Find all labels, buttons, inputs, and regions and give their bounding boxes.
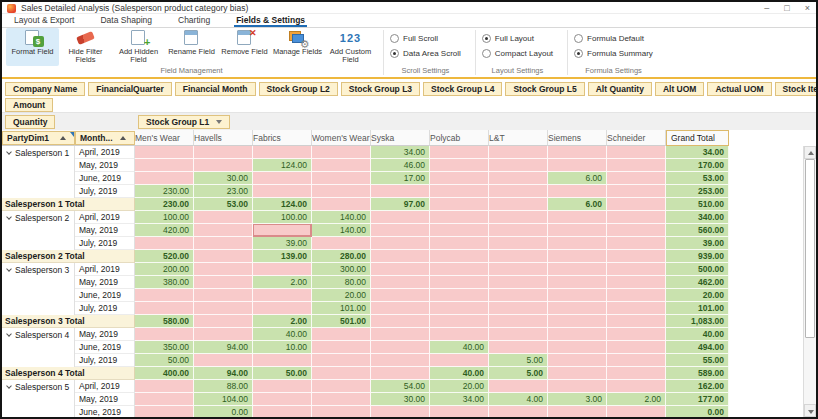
value-cell[interactable]: 6.00 [548,172,607,185]
value-cell[interactable]: 230.00 [135,185,194,198]
value-cell[interactable]: 5.00 [489,367,548,380]
value-cell[interactable]: 100.00 [135,211,194,224]
value-cell[interactable] [194,302,253,315]
value-cell[interactable] [607,263,666,276]
value-cell[interactable] [430,250,489,263]
value-cell[interactable] [548,146,607,159]
value-cell[interactable] [194,354,253,367]
value-cell[interactable] [312,341,371,354]
value-cell[interactable] [253,224,312,237]
column-header-polycab[interactable]: Polycab [430,130,489,146]
value-cell[interactable] [430,328,489,341]
value-cell[interactable]: 104.00 [194,393,253,406]
value-cell[interactable] [548,159,607,172]
grand-total-cell[interactable]: 589.00 [666,367,729,380]
column-header-l-t[interactable]: L&T [489,130,548,146]
group-label-cell[interactable] [2,354,75,367]
column-header-men-s-wear[interactable]: Men's Wear [135,130,194,146]
value-cell[interactable] [371,367,430,380]
grand-total-cell[interactable]: 177.00 [666,393,729,406]
value-cell[interactable] [312,185,371,198]
value-cell[interactable] [194,315,253,328]
value-cell[interactable] [194,146,253,159]
value-cell[interactable] [607,406,666,417]
value-cell[interactable]: 6.00 [548,198,607,211]
value-cell[interactable]: 280.00 [312,250,371,263]
group-label-cell[interactable] [2,406,75,417]
value-cell[interactable] [548,328,607,341]
value-cell[interactable]: 5.00 [489,354,548,367]
value-cell[interactable] [489,185,548,198]
value-cell[interactable] [607,315,666,328]
grand-total-cell[interactable]: 39.00 [666,237,729,250]
value-cell[interactable] [489,237,548,250]
value-cell[interactable]: 101.00 [312,302,371,315]
value-cell[interactable] [371,289,430,302]
value-cell[interactable] [548,315,607,328]
value-cell[interactable] [194,237,253,250]
value-cell[interactable] [371,315,430,328]
value-cell[interactable]: 200.00 [135,263,194,276]
value-cell[interactable]: 420.00 [135,224,194,237]
value-cell[interactable]: 40.00 [430,341,489,354]
value-cell[interactable] [371,250,430,263]
value-cell[interactable]: 124.00 [253,159,312,172]
value-cell[interactable] [607,250,666,263]
group-label-cell[interactable]: Salesperson 1 [2,146,75,159]
vertical-scrollbar[interactable] [803,146,816,417]
value-cell[interactable] [430,289,489,302]
value-cell[interactable] [430,159,489,172]
value-cell[interactable] [312,237,371,250]
value-cell[interactable] [371,263,430,276]
value-cell[interactable] [135,146,194,159]
value-cell[interactable] [430,276,489,289]
value-cell[interactable] [312,146,371,159]
value-cell[interactable] [548,237,607,250]
group-label-cell[interactable] [2,393,75,406]
value-cell[interactable] [253,185,312,198]
value-cell[interactable] [253,354,312,367]
radio-compact-layout[interactable]: Compact Layout [482,46,553,61]
value-cell[interactable]: 10.00 [253,341,312,354]
grand-total-cell[interactable]: 162.00 [666,380,729,393]
column-header-women-s-wear[interactable]: Women's Wear [312,130,371,146]
hide-filter-fields-button[interactable]: Hide Filter Fields [59,28,112,66]
value-cell[interactable]: 23.00 [194,185,253,198]
grand-total-cell[interactable]: 101.00 [666,302,729,315]
value-cell[interactable] [371,341,430,354]
group-label-cell[interactable] [2,224,75,237]
value-cell[interactable]: 140.00 [312,224,371,237]
value-cell[interactable] [548,276,607,289]
field-chip-stock-group-l3[interactable]: Stock Group L3 [341,82,420,96]
value-cell[interactable] [312,159,371,172]
grand-total-cell[interactable]: 510.00 [666,198,729,211]
tab-data-shaping[interactable]: Data Shaping [98,14,154,27]
grand-total-cell[interactable]: 170.00 [666,159,729,172]
value-cell[interactable] [548,341,607,354]
value-cell[interactable]: 350.00 [135,341,194,354]
grand-total-cell[interactable]: 462.00 [666,276,729,289]
grand-total-cell[interactable]: 1,083.00 [666,315,729,328]
group-label-cell[interactable] [2,159,75,172]
value-cell[interactable] [430,406,489,417]
grand-total-cell[interactable]: 494.00 [666,341,729,354]
value-cell[interactable]: 17.00 [371,172,430,185]
value-cell[interactable]: 88.00 [194,380,253,393]
field-chip-stock-group-l1[interactable]: Stock Group L1 [138,115,230,129]
column-header-fabrics[interactable]: Fabrics [253,130,312,146]
value-cell[interactable] [430,185,489,198]
value-cell[interactable] [253,172,312,185]
value-cell[interactable] [194,289,253,302]
value-cell[interactable] [253,302,312,315]
value-cell[interactable]: 50.00 [253,367,312,380]
rename-field-button[interactable]: Rename Field [165,28,218,66]
value-cell[interactable] [548,263,607,276]
grand-total-cell[interactable]: 500.00 [666,263,729,276]
field-chip-stock-item-name[interactable]: Stock Item Name [775,82,818,96]
month-cell[interactable]: April, 2019 [75,211,135,224]
value-cell[interactable] [430,302,489,315]
value-cell[interactable] [489,289,548,302]
value-cell[interactable] [489,341,548,354]
value-cell[interactable] [607,237,666,250]
group-label-cell[interactable] [2,302,75,315]
